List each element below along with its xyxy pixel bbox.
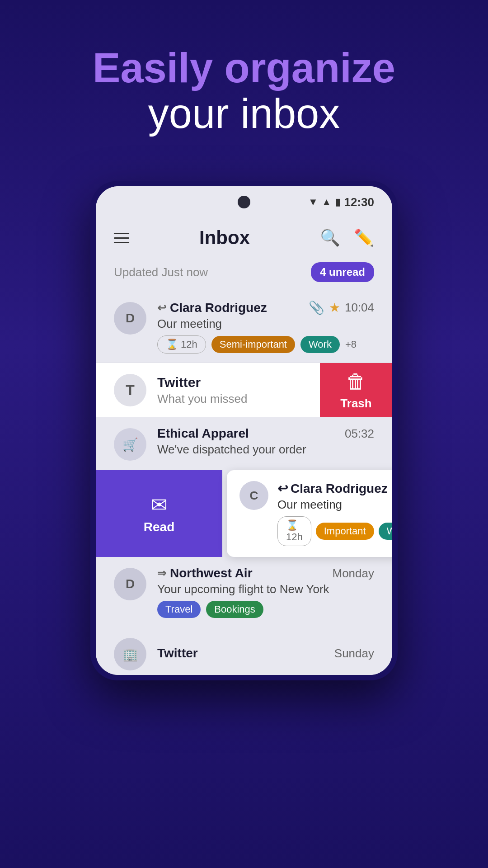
email-item-twitter-bottom[interactable]: 🏢 Twitter Sunday (96, 627, 392, 675)
sender-northwest: ⇒ Northwest Air (157, 566, 253, 580)
update-bar: Updated Just now 4 unread (96, 258, 392, 291)
twitter-body: Twitter What you missed (157, 375, 247, 406)
read-envelope-icon: ✉ (151, 493, 168, 516)
email-body-northwest: ⇒ Northwest Air Monday Your upcoming fli… (157, 566, 374, 618)
popup-avatar: C (239, 481, 268, 510)
status-icons: ▼ ▲ ▮ 12:30 (308, 195, 374, 209)
tag-timer-clara: ⌛ 12h (157, 335, 206, 354)
update-text: Updated Just now (114, 265, 208, 279)
email-subject-clara: Our meeting (157, 317, 374, 331)
hero-line1: Easily organize (0, 45, 488, 91)
email-subject-apparel: We've dispatched your order (157, 443, 374, 457)
read-overlay-row: ✉ Read C ↩ Clara Rodriguez Our meeting (96, 470, 392, 557)
twitter-email-content[interactable]: T Twitter What you missed (96, 363, 320, 417)
email-body-apparel: Ethical Apparel 05:32 We've dispatched y… (157, 426, 374, 457)
email-item-clara[interactable]: D ↩ Clara Rodriguez 📎 ★ 10:04 Our meetin… (96, 291, 392, 363)
twitter-bottom-body: Twitter (157, 646, 198, 660)
avatar-clara: D (114, 302, 146, 335)
tag-semi-important: Semi-important (211, 336, 295, 353)
email-item-northwest[interactable]: D ⇒ Northwest Air Monday Your upcoming f… (96, 557, 392, 627)
tag-more-clara: +8 (345, 339, 357, 350)
app-header: Inbox 🔍 ✏️ (96, 218, 392, 258)
twitter-bottom-name: Twitter (157, 646, 198, 660)
popup-tags: ⌛ 12h Important Work +8 (277, 516, 392, 546)
hero-line2: your inbox (0, 91, 488, 137)
trash-icon: 🗑 (346, 370, 366, 393)
avatar-northwest: D (114, 568, 146, 600)
wifi-icon: ▼ (308, 196, 318, 208)
sender-apparel: Ethical Apparel (157, 426, 249, 441)
header-actions: 🔍 ✏️ (320, 228, 374, 247)
popup-sender-name: Clara Rodriguez (291, 481, 388, 496)
avatar-twitter: T (114, 374, 146, 406)
email-item-apparel[interactable]: 🛒 Ethical Apparel 05:32 We've dispatched… (96, 417, 392, 470)
email-subject-northwest: Your upcoming flight to New York (157, 582, 374, 596)
hero-section: Easily organize your inbox (0, 45, 488, 137)
reply-icon: ↩ (157, 302, 166, 314)
avatar-twitter-bottom: 🏢 (114, 638, 146, 670)
camera-cutout (238, 196, 250, 208)
avatar-apparel: 🛒 (114, 428, 146, 461)
menu-button[interactable] (114, 233, 129, 243)
popup-tag-work: Work (379, 523, 392, 540)
sender-name-clara: Clara Rodriguez (170, 301, 267, 315)
read-label: Read (144, 520, 174, 534)
email-header-clara: ↩ Clara Rodriguez 📎 ★ 10:04 (157, 300, 374, 315)
tag-bookings: Bookings (206, 601, 263, 618)
email-header-apparel: Ethical Apparel 05:32 (157, 426, 374, 441)
swipe-row-twitter[interactable]: T Twitter What you missed 🗑 Trash (96, 363, 392, 417)
popup-subject: Our meeting (277, 498, 392, 512)
forward-icon: ⇒ (157, 567, 166, 580)
twitter-bottom-sender: Twitter (157, 646, 198, 660)
phone-screen: ▼ ▲ ▮ 12:30 Inbox 🔍 ✏️ Updated Just now … (96, 186, 392, 675)
email-time-apparel: 05:32 (345, 427, 374, 441)
email-body-clara: ↩ Clara Rodriguez 📎 ★ 10:04 Our meeting … (157, 300, 374, 354)
popup-email-row: C ↩ Clara Rodriguez Our meeting ⌛ 12h Im… (239, 481, 392, 546)
signal-icon: ▲ (322, 196, 332, 208)
popup-reply-icon: ↩ (277, 481, 288, 496)
status-bar: ▼ ▲ ▮ 12:30 (96, 186, 392, 218)
trash-action-button[interactable]: 🗑 Trash (320, 363, 392, 417)
popup-sender: ↩ Clara Rodriguez (277, 481, 392, 496)
popup-tag-important: Important (316, 523, 374, 540)
attachment-icon: 📎 (309, 300, 324, 315)
star-icon: ★ (329, 300, 340, 315)
bottom-overlay: ✉ Read C ↩ Clara Rodriguez Our meeting (96, 470, 392, 675)
popup-tag-timer: ⌛ 12h (277, 516, 311, 546)
trash-label: Trash (340, 396, 371, 410)
twitter-preview: What you missed (157, 392, 247, 406)
app-title: Inbox (199, 227, 250, 249)
unread-badge: 4 unread (311, 262, 374, 282)
sender-name-apparel: Ethical Apparel (157, 426, 249, 441)
compose-icon[interactable]: ✏️ (354, 228, 374, 247)
email-tags-clara: ⌛ 12h Semi-important Work +8 (157, 335, 374, 354)
twitter-sender: Twitter (157, 375, 247, 390)
tag-travel: Travel (157, 601, 201, 618)
search-icon[interactable]: 🔍 (320, 228, 340, 247)
battery-icon: ▮ (335, 196, 341, 208)
twitter-bottom-time: Sunday (334, 646, 374, 660)
phone-mockup: ▼ ▲ ▮ 12:30 Inbox 🔍 ✏️ Updated Just now … (90, 181, 398, 680)
tag-work-clara: Work (300, 336, 340, 353)
email-header-northwest: ⇒ Northwest Air Monday (157, 566, 374, 580)
email-time-northwest: Monday (333, 566, 375, 580)
read-action-button[interactable]: ✉ Read (96, 470, 222, 557)
sender-name-northwest: Northwest Air (170, 566, 253, 580)
email-time-clara: 10:04 (345, 301, 374, 315)
popup-card[interactable]: C ↩ Clara Rodriguez Our meeting ⌛ 12h Im… (227, 470, 392, 557)
popup-body: ↩ Clara Rodriguez Our meeting ⌛ 12h Impo… (277, 481, 392, 546)
sender-clara: ↩ Clara Rodriguez (157, 301, 267, 315)
status-time: 12:30 (344, 195, 375, 209)
email-tags-northwest: Travel Bookings (157, 601, 374, 618)
